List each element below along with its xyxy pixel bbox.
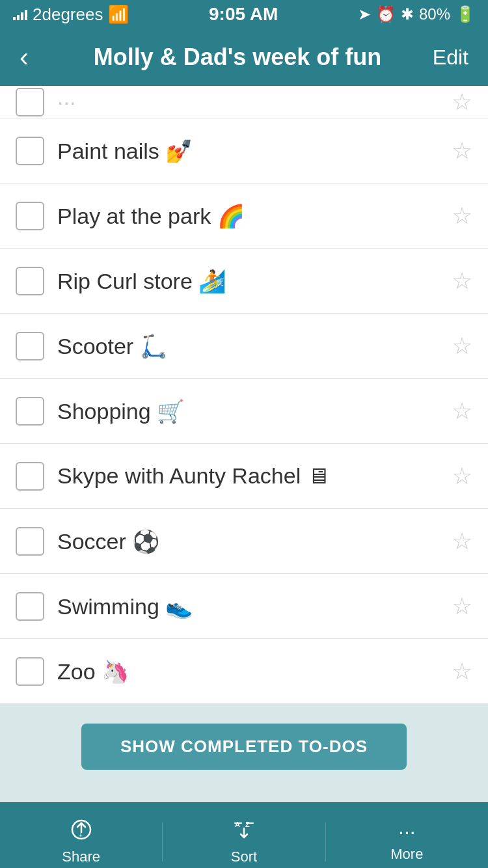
checkbox-swimming[interactable] [16,592,44,621]
svg-text:A: A [235,821,240,828]
battery-text: 80% [419,5,450,23]
more-icon: ··· [398,821,416,842]
item-label-soccer: Soccer ⚽ [57,528,439,554]
checkbox-zoo[interactable] [16,657,44,686]
svg-text:Z: Z [245,821,250,828]
list-item: Shopping 🛒 ☆ [0,379,488,444]
svg-text:+: + [79,832,83,839]
status-bar: 2degrees 📶 9:05 AM ➤ ⏰ ✱ 80% 🔋 [0,0,488,29]
list-item: Play at the park 🌈 ☆ [0,183,488,249]
sort-toolbar-item[interactable]: A Z Sort [163,811,325,868]
list-item: Paint nails 💅 ☆ [0,118,488,183]
show-completed-button[interactable]: SHOW COMPLETED TO-DOS [81,724,407,770]
list-item: Soccer ⚽ ☆ [0,509,488,574]
share-label: Share [62,848,100,865]
star-partial[interactable]: ☆ [452,88,472,116]
carrier-name: 2degrees [33,5,103,25]
star-swimming[interactable]: ☆ [452,593,472,620]
list-item: Rip Curl store 🏄 ☆ [0,249,488,314]
more-label: More [390,846,423,863]
checkbox-soccer[interactable] [16,527,44,556]
todo-list: ··· ☆ Paint nails 💅 ☆ Play at the park 🌈… [0,86,488,704]
battery-icon: 🔋 [455,5,475,23]
star-paint-nails[interactable]: ☆ [452,137,472,165]
scroll-area: ··· ☆ Paint nails 💅 ☆ Play at the park 🌈… [0,86,488,802]
item-label-swimming: Swimming 👟 [57,593,439,619]
back-button[interactable]: ‹ [20,42,59,73]
share-toolbar-item[interactable]: + Share [0,811,162,868]
star-park[interactable]: ☆ [452,202,472,230]
star-skype[interactable]: ☆ [452,463,472,490]
item-label-paint-nails: Paint nails 💅 [57,138,439,164]
share-icon: + [70,818,93,845]
wifi-icon: 📶 [108,5,129,25]
checkbox-partial[interactable] [16,88,44,116]
bluetooth-icon: ✱ [401,5,414,23]
item-label-scooter: Scooter 🛴 [57,333,439,359]
bottom-toolbar: + Share A Z Sort ··· More [0,802,488,868]
status-right: ➤ ⏰ ✱ 80% 🔋 [358,5,475,23]
edit-button[interactable]: Edit [416,46,468,70]
item-label-park: Play at the park 🌈 [57,203,439,229]
star-shopping[interactable]: ☆ [452,398,472,425]
sort-icon: A Z [232,818,256,845]
checkbox-rip-curl[interactable] [16,267,44,295]
page-title: Molly & Dad's week of fun [59,44,416,71]
list-item: Skype with Aunty Rachel 🖥 ☆ [0,444,488,509]
item-label-shopping: Shopping 🛒 [57,398,439,424]
star-rip-curl[interactable]: ☆ [452,267,472,295]
signal-icon [13,5,27,25]
item-label-zoo: Zoo 🦄 [57,658,439,685]
more-toolbar-item[interactable]: ··· More [326,815,488,869]
checkbox-scooter[interactable] [16,332,44,360]
checkbox-park[interactable] [16,202,44,230]
sort-label: Sort [231,848,257,865]
item-label-skype: Skype with Aunty Rachel 🖥 [57,463,439,489]
star-zoo[interactable]: ☆ [452,658,472,685]
checkbox-skype[interactable] [16,462,44,491]
completed-section: SHOW COMPLETED TO-DOS [0,704,488,789]
list-item: Swimming 👟 ☆ [0,574,488,639]
checkbox-shopping[interactable] [16,397,44,426]
nav-bar: ‹ Molly & Dad's week of fun Edit [0,29,488,86]
star-scooter[interactable]: ☆ [452,332,472,360]
list-item: Scooter 🛴 ☆ [0,314,488,379]
checkbox-paint-nails[interactable] [16,137,44,165]
status-left: 2degrees 📶 [13,5,129,25]
item-label-rip-curl: Rip Curl store 🏄 [57,268,439,294]
list-item-partial: ··· ☆ [0,86,488,118]
location-icon: ➤ [358,5,371,23]
star-soccer[interactable]: ☆ [452,528,472,555]
status-time: 9:05 AM [209,4,278,25]
alarm-icon: ⏰ [376,5,396,23]
list-item: Zoo 🦄 ☆ [0,639,488,704]
